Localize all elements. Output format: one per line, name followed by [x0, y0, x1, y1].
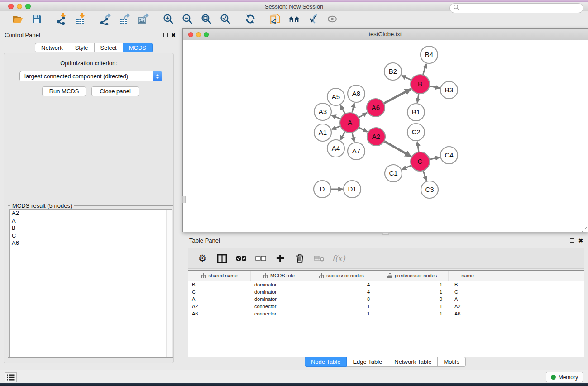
cell-shared-name[interactable]: A — [188, 295, 251, 303]
graph-node-B3[interactable]: B3 — [440, 81, 458, 99]
mcds-result-item[interactable]: A6 — [10, 239, 172, 247]
graph-node-B1[interactable]: B1 — [407, 104, 425, 121]
float-panel-icon[interactable] — [163, 33, 168, 37]
tab-select[interactable]: Select — [95, 43, 123, 52]
show-hide-details-icon[interactable] — [307, 13, 320, 25]
close-panel-button[interactable]: Close panel — [91, 86, 139, 96]
mcds-result-item[interactable]: A — [10, 217, 172, 225]
horizontal-splitter-handle[interactable] — [182, 196, 186, 203]
open-session-icon[interactable] — [11, 13, 24, 25]
table-options-gear-icon[interactable]: ⚙ — [196, 253, 208, 264]
deselect-all-columns-icon[interactable] — [255, 253, 267, 264]
graph-node-A6[interactable]: A6 — [367, 99, 385, 117]
birds-eye-view-icon[interactable] — [326, 13, 339, 25]
mcds-result-list[interactable]: A2ABCA6 — [9, 209, 172, 357]
first-neighbors-icon[interactable] — [288, 13, 301, 25]
cell-shared-name[interactable]: B — [188, 281, 251, 288]
edge-A-A1[interactable] — [332, 126, 340, 129]
cell-name[interactable]: A2 — [449, 303, 487, 310]
clone-network-icon[interactable] — [269, 13, 282, 25]
function-builder-icon[interactable]: f(x) — [333, 253, 344, 264]
graph-node-C3[interactable]: C3 — [421, 181, 438, 198]
graph-node-A2[interactable]: A2 — [367, 128, 385, 146]
edge-B-B3[interactable] — [430, 86, 440, 88]
graph-node-C4[interactable]: C4 — [440, 147, 458, 164]
graph-node-B4[interactable]: B4 — [421, 46, 438, 63]
graph-node-A4[interactable]: A4 — [327, 140, 344, 157]
graph-node-D[interactable]: D — [314, 181, 331, 198]
edge-C-C1[interactable] — [402, 166, 411, 170]
column-header-predecessor-nodes[interactable]: predecessor nodes — [376, 271, 449, 281]
column-header-shared-name[interactable]: shared name — [188, 271, 251, 281]
edge-B-B2[interactable] — [402, 76, 411, 80]
cell-MCDS-role[interactable]: connector — [251, 310, 307, 317]
table-float-icon[interactable] — [570, 238, 574, 243]
network-window-titlebar[interactable]: testGlobe.txt — [183, 29, 588, 40]
cell-name[interactable]: C — [449, 288, 487, 295]
cell-successor-nodes[interactable]: 4 — [307, 281, 376, 288]
mcds-result-item[interactable]: B — [10, 224, 172, 232]
cell-successor-nodes[interactable]: 1 — [307, 303, 376, 310]
close-panel-icon[interactable]: ✖ — [171, 33, 176, 38]
export-network-icon[interactable] — [99, 13, 112, 25]
column-header-name[interactable]: name — [449, 271, 487, 281]
import-network-icon[interactable] — [55, 13, 68, 25]
graph-node-A[interactable]: A — [340, 113, 360, 133]
graph-node-C1[interactable]: C1 — [385, 165, 402, 182]
tab-motifs[interactable]: Motifs — [438, 357, 466, 367]
zoom-selected-icon[interactable] — [219, 13, 232, 25]
cell-successor-nodes[interactable]: 8 — [307, 295, 376, 303]
column-layout-icon[interactable] — [216, 253, 228, 264]
table-row-A[interactable]: Adominator80A — [188, 295, 584, 303]
graph-node-B[interactable]: B — [411, 75, 430, 94]
criterion-dropdown[interactable]: largest connected component (directed) — [19, 71, 162, 81]
edge-B-B1[interactable] — [417, 94, 419, 103]
zoom-fit-icon[interactable] — [200, 13, 213, 25]
cell-predecessor-nodes[interactable]: 0 — [376, 295, 449, 303]
cell-predecessor-nodes[interactable]: 1 — [376, 310, 449, 317]
select-all-columns-icon[interactable] — [235, 253, 247, 264]
cell-MCDS-role[interactable]: connector — [251, 303, 307, 310]
edge-B-B4[interactable] — [423, 64, 426, 75]
cell-MCDS-role[interactable]: dominator — [251, 288, 307, 295]
search-input[interactable] — [460, 4, 583, 12]
tab-style[interactable]: Style — [69, 43, 95, 52]
export-table-icon[interactable] — [118, 13, 131, 25]
graph-node-A5[interactable]: A5 — [327, 88, 344, 105]
column-header-MCDS-role[interactable]: MCDS role — [251, 271, 307, 281]
edge-A-A5[interactable] — [340, 105, 345, 113]
graph-node-C[interactable]: C — [411, 152, 430, 171]
table-row-B[interactable]: Bdominator41B — [188, 281, 584, 288]
import-table-icon[interactable] — [74, 13, 87, 25]
graph-node-A1[interactable]: A1 — [314, 124, 331, 141]
graph-node-A3[interactable]: A3 — [314, 103, 331, 120]
node-table[interactable]: shared nameMCDS rolesuccessor nodesprede… — [188, 270, 584, 357]
edge-A6-B[interactable] — [384, 89, 411, 103]
graph-node-A7[interactable]: A7 — [348, 143, 365, 160]
table-row-A6[interactable]: A6connector11A6 — [188, 310, 584, 317]
save-session-icon[interactable] — [30, 13, 43, 25]
cell-shared-name[interactable]: A2 — [188, 303, 251, 310]
tab-node-table[interactable]: Node Table — [305, 357, 347, 367]
cell-MCDS-role[interactable]: dominator — [251, 295, 307, 303]
graph-node-B2[interactable]: B2 — [384, 63, 402, 80]
result-scrollbar[interactable] — [166, 210, 172, 357]
resize-grip-icon[interactable] — [581, 225, 587, 231]
network-graph-canvas[interactable]: A5A8A3AA1A4A7A6A2BB2B4B3B1C2CC4C1C3DD1 — [183, 41, 588, 232]
export-image-icon[interactable] — [137, 13, 150, 25]
column-header-successor-nodes[interactable]: successor nodes — [307, 271, 376, 281]
tab-network[interactable]: Network — [35, 43, 69, 52]
run-mcds-button[interactable]: Run MCDS — [42, 86, 86, 96]
refresh-network-icon[interactable] — [244, 13, 257, 25]
cell-name[interactable]: B — [449, 281, 487, 288]
mcds-result-item[interactable]: A2 — [10, 210, 172, 217]
edge-C-C4[interactable] — [430, 157, 440, 159]
delete-table-icon[interactable] — [313, 253, 325, 264]
zoom-in-icon[interactable] — [162, 13, 175, 25]
edge-A-A6[interactable] — [359, 113, 367, 117]
tab-edge-table[interactable]: Edge Table — [347, 357, 388, 367]
cell-name[interactable]: A6 — [449, 310, 487, 317]
edge-A-A3[interactable] — [331, 115, 340, 119]
table-row-C[interactable]: Cdominator41C — [188, 288, 584, 295]
edge-A-A4[interactable] — [340, 132, 345, 140]
